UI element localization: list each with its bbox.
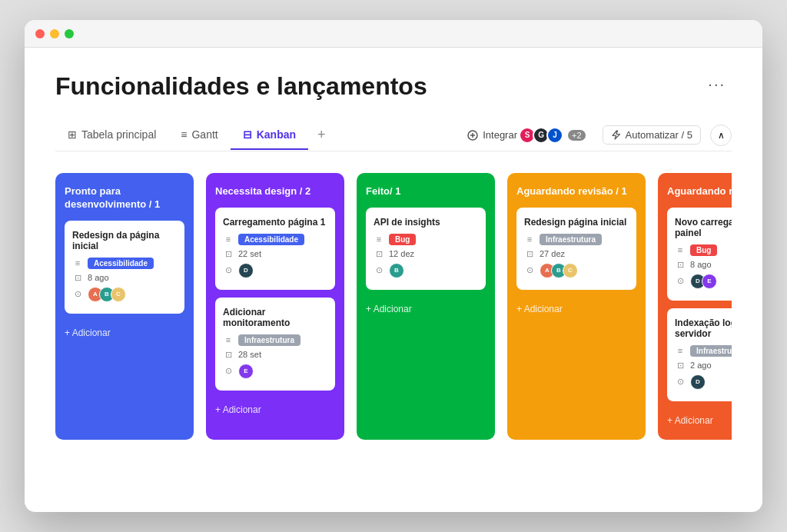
avatar: E [702, 274, 717, 289]
collapse-button[interactable]: ∧ [710, 125, 732, 146]
calendar-icon: ⊡ [675, 260, 686, 270]
page-header: Funcionalidades e lançamentos ··· [55, 72, 732, 101]
list-icon: ≡ [524, 234, 535, 244]
column-aguardando1-title: Aguardando revisão / 1 [516, 185, 636, 198]
integration-icons: S G J [522, 127, 563, 144]
column-aguardando2-title: Aguardando revisão / 1 [667, 185, 732, 198]
tab-table[interactable]: ⊞ Tabela principal [55, 121, 168, 150]
card-date-row: ⊡ 28 set [223, 350, 327, 360]
column-aguardando2: Aguardando revisão / 1 Novo carregador d… [658, 173, 732, 440]
badge-infraestrutura: Infraestrutura [238, 334, 301, 346]
automate-button[interactable]: Automatizar / 5 [603, 125, 701, 145]
user-icon: ⊙ [223, 366, 234, 376]
tab-gantt-label: Gantt [191, 128, 218, 141]
kanban-board: Pronto paradesenvolvimento / 1 Redesign … [55, 173, 732, 446]
chevron-up-icon: ∧ [718, 130, 725, 141]
card-badge-row: ≡ Infraestrutura [223, 334, 327, 346]
add-view-button[interactable]: + [308, 119, 335, 151]
column-aguardando1: Aguardando revisão / 1 Redesign página i… [507, 173, 646, 440]
card-redesign-inicial[interactable]: Redesign da página inicial ≡ Acessibilid… [65, 221, 184, 314]
card-monitoramento[interactable]: Adicionar monitoramento ≡ Infraestrutura… [215, 298, 335, 391]
list-icon: ≡ [374, 234, 384, 244]
more-options-button[interactable]: ··· [702, 72, 732, 96]
jira-icon: J [546, 127, 563, 144]
list-icon: ≡ [223, 335, 234, 344]
card-title: Indexação logs do servidor [675, 318, 732, 339]
card-title: Novo carregador do painel [675, 217, 732, 238]
add-card-button-aguardando1[interactable]: + Adicionar [516, 301, 636, 318]
main-content: Funcionalidades e lançamentos ··· ⊞ Tabe… [25, 48, 762, 477]
add-card-button-necessita[interactable]: + Adicionar [215, 401, 335, 418]
table-icon: ⊞ [68, 128, 77, 141]
list-icon: ≡ [675, 346, 686, 355]
card-date: 27 dez [540, 249, 565, 258]
add-card-button-aguardando2[interactable]: + Adicionar [667, 412, 732, 429]
card-avatar-row: ⊙ A B C [72, 287, 177, 302]
avatars: A B C [540, 263, 574, 278]
calendar-icon: ⊡ [72, 273, 83, 283]
tab-kanban[interactable]: ⊟ Kanban [231, 121, 308, 150]
calendar-icon: ⊡ [374, 249, 384, 259]
tab-table-label: Tabela principal [81, 128, 156, 141]
card-avatar-row: ⊙ D [223, 263, 327, 278]
card-title: Redesign da página inicial [72, 230, 177, 251]
badge-acessibilidade: Acessibilidade [88, 258, 154, 269]
avatars: D [238, 263, 250, 278]
avatars: B [389, 263, 400, 278]
avatars: A B C [88, 287, 122, 302]
card-badge-row: ≡ Acessibilidade [223, 234, 327, 245]
card-indexacao-logs[interactable]: Indexação logs do servidor ≡ Infraestrut… [667, 308, 732, 401]
calendar-icon: ⊡ [524, 249, 535, 259]
app-window: Funcionalidades e lançamentos ··· ⊞ Tabe… [25, 20, 762, 512]
card-date: 22 set [238, 249, 261, 258]
avatar: B [389, 263, 404, 278]
add-card-button-pronto[interactable]: + Adicionar [65, 324, 184, 341]
badge-bug: Bug [690, 244, 717, 256]
column-feito-title: Feito/ 1 [366, 185, 486, 198]
card-avatar-row: ⊙ E [223, 364, 327, 379]
card-date-row: ⊡ 27 dez [524, 249, 629, 259]
card-carregador-painel[interactable]: Novo carregador do painel ≡ Bug ⊡ 8 ago … [667, 208, 732, 301]
card-redesign-revisao[interactable]: Redesign página inicial ≡ Infraestrutura… [516, 208, 636, 290]
card-carregamento[interactable]: Carregamento página 1 ≡ Acessibilidade ⊡… [215, 208, 335, 290]
card-badge-row: ≡ Acessibilidade [72, 258, 177, 269]
tab-gantt[interactable]: ≡ Gantt [168, 121, 230, 150]
integrate-button[interactable]: Integrar S G J +2 [460, 122, 593, 148]
card-title: Redesign página inicial [524, 217, 629, 228]
column-necessita: Necessita design / 2 Carregamento página… [206, 173, 344, 440]
badge-bug: Bug [389, 234, 416, 245]
column-necessita-title: Necessita design / 2 [215, 185, 335, 198]
kanban-icon: ⊟ [243, 128, 252, 141]
user-icon: ⊙ [374, 265, 384, 275]
add-card-button-feito[interactable]: + Adicionar [366, 301, 486, 318]
card-badge-row: ≡ Bug [374, 234, 478, 245]
user-icon: ⊙ [524, 265, 535, 275]
card-badge-row: ≡ Infraestrutura [675, 345, 732, 357]
maximize-button[interactable] [65, 29, 74, 38]
card-date: 8 ago [690, 260, 712, 269]
avatars: E [238, 364, 250, 379]
list-icon: ≡ [72, 258, 83, 268]
tab-kanban-label: Kanban [257, 128, 296, 141]
user-icon: ⊙ [675, 276, 686, 286]
card-title: Adicionar monitoramento [223, 307, 327, 328]
toolbar: ⊞ Tabela principal ≡ Gantt ⊟ Kanban + In… [55, 119, 732, 151]
card-badge-row: ≡ Bug [675, 244, 732, 256]
card-api-insights[interactable]: API de insights ≡ Bug ⊡ 12 dez ⊙ B [366, 208, 486, 290]
card-date: 12 dez [389, 249, 414, 258]
card-date-row: ⊡ 12 dez [374, 249, 478, 259]
avatar: C [563, 263, 578, 278]
avatar: D [238, 263, 254, 278]
card-date-row: ⊡ 2 ago [675, 361, 732, 371]
avatars: D [690, 374, 702, 390]
card-avatar-row: ⊙ D E [675, 274, 732, 289]
badge-infraestrutura: Infraestrutura [690, 345, 732, 357]
minimize-button[interactable] [50, 29, 59, 38]
calendar-icon: ⊡ [675, 361, 686, 371]
avatar: E [238, 364, 254, 379]
traffic-lights [35, 29, 74, 38]
user-icon: ⊙ [223, 265, 234, 275]
card-date: 28 set [238, 350, 261, 359]
close-button[interactable] [35, 29, 45, 38]
calendar-icon: ⊡ [223, 249, 234, 259]
